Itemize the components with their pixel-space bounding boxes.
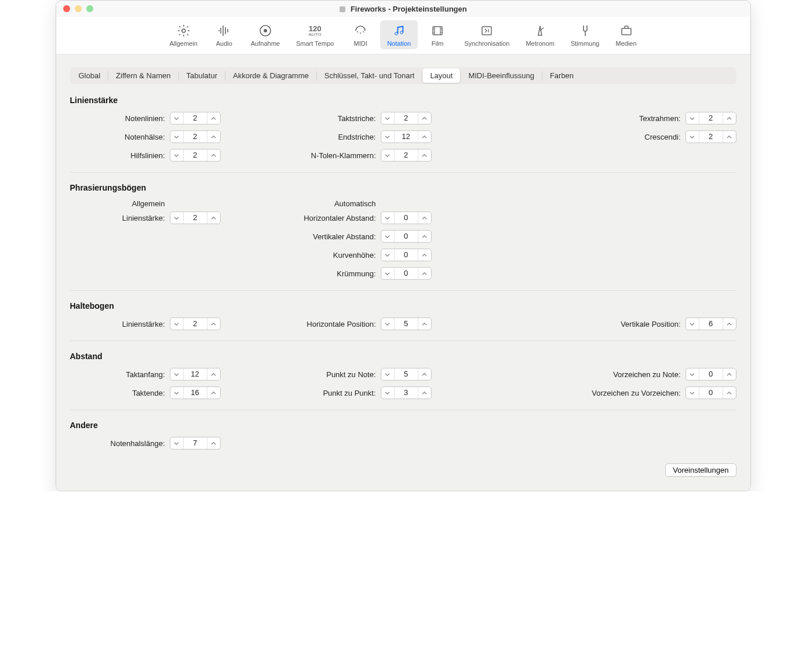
toolbar-midi[interactable]: MIDI [343, 20, 378, 49]
lin-1-1-stepper[interactable]: 2 [170, 130, 221, 143]
hal-3-stepper[interactable]: 6 [685, 317, 736, 330]
lin-1-2-label: Endstriche: [338, 133, 375, 141]
subtab-farben[interactable]: Farben [542, 68, 581, 83]
stepper-decrement[interactable] [381, 318, 394, 330]
stepper-decrement[interactable] [686, 112, 699, 124]
abs-0-2-stepper[interactable]: 5 [381, 368, 432, 381]
and-1-label: Notenhalslänge: [111, 439, 165, 448]
stepper-decrement[interactable] [381, 387, 394, 399]
stepper-decrement[interactable] [686, 387, 699, 399]
abs-0-3-stepper[interactable]: 0 [685, 368, 736, 381]
stepper-increment[interactable] [723, 368, 736, 380]
stepper-increment[interactable] [207, 318, 220, 330]
phr-3-2-stepper[interactable]: 0 [381, 267, 432, 280]
stepper-decrement[interactable] [381, 112, 394, 124]
lin-2-2-stepper[interactable]: 2 [381, 149, 432, 162]
abs-0-1-stepper[interactable]: 12 [170, 368, 221, 381]
stepper-decrement[interactable] [170, 212, 183, 224]
toolbar-notation[interactable]: Notation [380, 20, 418, 49]
toolbar-film[interactable]: Film [420, 20, 455, 49]
stepper-increment[interactable] [723, 387, 736, 399]
phr-0-1-stepper[interactable]: 2 [170, 211, 221, 224]
toolbar-smarttempo[interactable]: 120AUTO Smart Tempo [289, 20, 341, 49]
stepper-increment[interactable] [418, 112, 431, 124]
toolbar-allgemein[interactable]: Allgemein [162, 20, 204, 49]
stepper-decrement[interactable] [381, 149, 394, 161]
phr-0-2-stepper[interactable]: 0 [381, 211, 432, 224]
lin-2-1-stepper[interactable]: 2 [170, 149, 221, 162]
lin-0-1-stepper[interactable]: 2 [170, 112, 221, 125]
abs-1-3-label: Vorzeichen zu Vorzeichen: [592, 389, 680, 397]
stepper-increment[interactable] [207, 437, 220, 449]
stepper-increment[interactable] [207, 387, 220, 399]
phr-1-2-stepper[interactable]: 0 [381, 230, 432, 243]
tempo-icon: 120AUTO [307, 23, 323, 39]
lin-0-3-stepper[interactable]: 2 [685, 112, 736, 125]
subtab-akkorde-diagramme[interactable]: Akkorde & Diagramme [225, 68, 316, 83]
stepper-decrement[interactable] [170, 112, 183, 124]
stepper-increment[interactable] [207, 112, 220, 124]
stepper-increment[interactable] [418, 249, 431, 261]
stepper-decrement[interactable] [170, 149, 183, 161]
abs-1-1-stepper[interactable]: 16 [170, 386, 221, 399]
stepper-increment[interactable] [207, 131, 220, 143]
section-linienstaerke: Notenlinien:2Taktstriche:2Textrahmen:2No… [70, 112, 736, 162]
stepper-decrement[interactable] [686, 131, 699, 143]
abs-1-2-stepper[interactable]: 3 [381, 386, 432, 399]
lin-0-2-stepper[interactable]: 2 [381, 112, 432, 125]
stepper-increment[interactable] [723, 112, 736, 124]
stepper-decrement[interactable] [381, 368, 394, 380]
stepper-increment[interactable] [418, 131, 431, 143]
waveform-icon [216, 23, 232, 39]
stepper-decrement[interactable] [381, 249, 394, 261]
toolbar-stimmung[interactable]: Stimmung [564, 20, 607, 49]
stepper-increment[interactable] [418, 268, 431, 279]
subtab-global[interactable]: Global [71, 68, 108, 83]
stepper-increment[interactable] [723, 131, 736, 143]
toolbar-metronom[interactable]: Metronom [519, 20, 561, 49]
stepper-increment[interactable] [418, 231, 431, 242]
toolbar-medien[interactable]: Medien [608, 20, 643, 49]
subtab-ziffern-namen[interactable]: Ziffern & Namen [108, 68, 178, 83]
section-haltebogen-title: Haltebogen [70, 301, 736, 311]
subtab-midi-beeinflussung[interactable]: MIDI-Beeinflussung [461, 68, 541, 83]
subtab-tabulatur[interactable]: Tabulatur [179, 68, 225, 83]
stepper-decrement[interactable] [381, 268, 394, 279]
stepper-decrement[interactable] [170, 387, 183, 399]
stepper-increment[interactable] [418, 387, 431, 399]
subtab-layout[interactable]: Layout [422, 68, 460, 83]
stepper-increment[interactable] [418, 149, 431, 161]
stepper-increment[interactable] [723, 318, 736, 330]
stepper-decrement[interactable] [170, 368, 183, 380]
subtab-schluessel-takt-tonart[interactable]: Schlüssel, Takt- und Tonart [317, 68, 422, 83]
and-1-stepper[interactable]: 7 [170, 437, 221, 450]
stepper-decrement[interactable] [381, 212, 394, 224]
hal-2-stepper[interactable]: 5 [381, 317, 432, 330]
stepper-decrement[interactable] [381, 131, 394, 143]
titlebar: Fireworks - Projekteinstellungen [56, 1, 750, 17]
toolbar-audio[interactable]: Audio [207, 20, 242, 49]
stepper-decrement[interactable] [686, 368, 699, 380]
stepper-increment[interactable] [207, 368, 220, 380]
stepper-increment[interactable] [418, 318, 431, 330]
stepper-increment[interactable] [418, 368, 431, 380]
abs-1-3-stepper[interactable]: 0 [685, 386, 736, 399]
stepper-decrement[interactable] [170, 437, 183, 449]
toolbar-aufnahme[interactable]: Aufnahme [244, 20, 287, 49]
stepper-increment[interactable] [207, 149, 220, 161]
phr-2-2-stepper[interactable]: 0 [381, 249, 432, 261]
stepper-increment[interactable] [207, 212, 220, 224]
stepper-decrement[interactable] [686, 318, 699, 330]
voreinstellungen-button[interactable]: Voreinstellungen [665, 463, 736, 477]
phr-0-2-label: Horizontaler Abstand: [304, 214, 375, 222]
hal-1-stepper[interactable]: 2 [170, 317, 221, 330]
stepper-decrement[interactable] [170, 131, 183, 143]
stepper-increment[interactable] [418, 212, 431, 224]
stepper-decrement[interactable] [170, 318, 183, 330]
lin-0-2-label: Taktstriche: [338, 114, 376, 123]
stepper-decrement[interactable] [381, 231, 394, 242]
lin-1-2-stepper[interactable]: 12 [381, 130, 432, 143]
lin-1-3-stepper[interactable]: 2 [685, 130, 736, 143]
toolbar-synchronisation[interactable]: Synchronisation [457, 20, 516, 49]
svg-rect-0 [340, 6, 345, 12]
